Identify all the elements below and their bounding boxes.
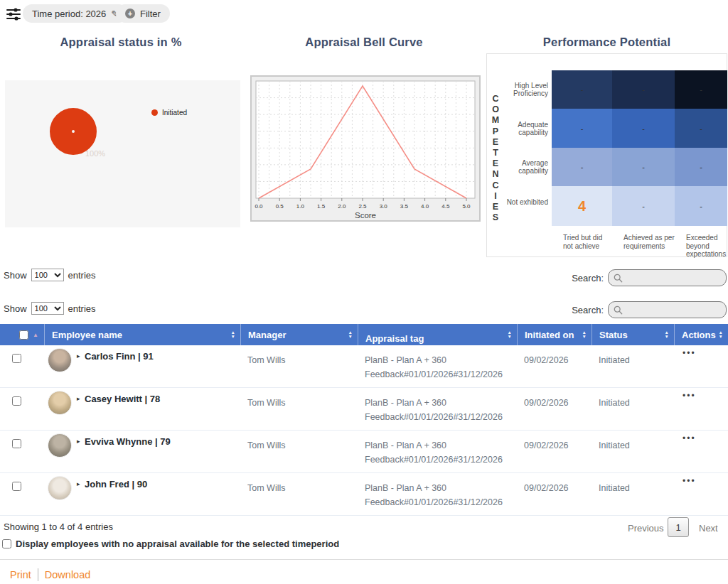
pagination-next[interactable]: Next (699, 523, 718, 534)
appraisal-tag-line1: PlanB - Plan A + 360 (358, 438, 517, 453)
donut-ring[interactable] (50, 108, 97, 155)
page-size-select[interactable]: 100 (31, 269, 64, 281)
legend-dot (151, 109, 158, 116)
initiated-on-cell: 09/02/2026 (517, 388, 592, 410)
time-period-chip[interactable]: Time period: 2026 ✎ (23, 4, 128, 23)
export-links: Print Download (10, 568, 90, 581)
entries-label: entries (68, 303, 96, 314)
table-row: ▸ John Fred | 90 Tom Wills PlanB - Plan … (0, 473, 728, 516)
actions-menu-icon[interactable]: ••• (682, 476, 696, 486)
header-appraisal-tag[interactable]: Appraisal tag ▲▼ (358, 324, 517, 345)
divider (38, 568, 38, 581)
appraisal-tag-line1: PlanB - Plan A + 360 (358, 396, 517, 410)
heatmap-cell: - (612, 70, 675, 109)
search-box[interactable] (608, 269, 727, 286)
avatar (48, 433, 72, 458)
search-label: Search: (572, 305, 604, 315)
avatar (48, 476, 72, 500)
header-actions[interactable]: Actions ▲▼ (674, 324, 728, 345)
sort-icon[interactable]: ▲▼ (508, 330, 512, 339)
expand-row-icon[interactable]: ▸ (77, 395, 80, 402)
search-box[interactable] (608, 301, 727, 318)
heatmap-cell: - (675, 109, 727, 148)
manager-cell: Tom Wills (240, 473, 358, 495)
expand-row-icon[interactable]: ▸ (77, 438, 80, 445)
search-input[interactable] (626, 273, 718, 283)
sort-icon[interactable]: ▲▼ (231, 330, 235, 339)
heatmap-cell: - (675, 148, 727, 186)
employee-name[interactable]: Casey Hewitt | 78 (85, 394, 160, 404)
heatmap-cell: - (675, 70, 727, 109)
initiated-on-cell: 09/02/2026 (517, 473, 592, 495)
employee-table: ▲ Employee name ▲▼ Manager ▲▼ Appraisal … (0, 324, 728, 516)
filter-label: Filter (140, 9, 161, 19)
donut-center-label: 100% (85, 149, 105, 158)
heatmap-row-label: Average capability (500, 159, 548, 175)
employee-name[interactable]: John Fred | 90 (85, 479, 147, 490)
heatmap-row-label: Not exhibited (500, 198, 548, 206)
heatmap-grid: ---------4-- (552, 70, 727, 226)
row-checkbox[interactable] (12, 482, 21, 491)
sort-asc-icon[interactable]: ▲ (33, 332, 38, 338)
sort-icon[interactable]: ▲▼ (348, 330, 353, 339)
actions-menu-icon[interactable]: ••• (682, 433, 696, 443)
search-input[interactable] (626, 305, 718, 315)
employee-name[interactable]: Carlos Finn | 91 (85, 351, 154, 362)
no-appraisal-checkbox[interactable] (2, 539, 11, 548)
row-checkbox[interactable] (12, 439, 21, 448)
x-tick-label: 4.0 (421, 203, 429, 210)
pagination-previous[interactable]: Previous (628, 523, 664, 534)
x-tick-label: 3.5 (400, 203, 409, 210)
filter-sliders-icon[interactable] (6, 6, 21, 22)
add-filter-button[interactable]: + Filter (116, 4, 170, 23)
heatmap-cell: - (612, 148, 675, 186)
table-row: ▸ Evviva Whynne | 79 Tom Wills PlanB - P… (0, 431, 728, 473)
select-all-header[interactable]: ▲ (0, 324, 44, 345)
print-link[interactable]: Print (10, 569, 31, 580)
actions-menu-icon[interactable]: ••• (682, 391, 696, 401)
actions-menu-icon[interactable]: ••• (682, 348, 696, 358)
sort-icon[interactable]: ▲▼ (582, 330, 587, 339)
page-size-select[interactable]: 100 (31, 302, 64, 315)
no-appraisal-toggle: Display employees with no appraisal avai… (2, 539, 339, 549)
bell-curve-title: Appraisal Bell Curve (249, 36, 479, 49)
table-body: ▸ Carlos Finn | 91 Tom Wills PlanB - Pla… (0, 345, 728, 516)
sort-icon[interactable]: ▲▼ (665, 330, 669, 339)
appraisal-tag-line1: PlanB - Plan A + 360 (358, 481, 517, 495)
page-size-control-2: Show 100 entries (4, 302, 96, 315)
pagination-page-1[interactable]: 1 (668, 517, 689, 537)
status-cell: Initiated (592, 388, 674, 410)
appraisal-tag-line2: Feedback#01/01/2026#31/12/2026 (358, 367, 517, 382)
download-link[interactable]: Download (45, 569, 91, 580)
x-tick-label: 2.5 (358, 203, 367, 210)
table-row: ▸ Carlos Finn | 91 Tom Wills PlanB - Pla… (0, 345, 728, 388)
search-label: Search: (572, 273, 604, 283)
sort-icon[interactable]: ▲▼ (719, 330, 723, 339)
x-tick-label: 0.5 (276, 203, 284, 210)
status-cell: Initiated (592, 473, 674, 495)
no-appraisal-label[interactable]: Display employees with no appraisal avai… (16, 539, 339, 549)
header-status[interactable]: Status ▲▼ (592, 324, 674, 345)
expand-row-icon[interactable]: ▸ (77, 352, 80, 359)
legend-label: Initiated (162, 109, 187, 117)
row-checkbox[interactable] (12, 396, 21, 406)
appraisal-status-chart: 100% Initiated (5, 80, 240, 227)
expand-row-icon[interactable]: ▸ (77, 480, 80, 487)
employee-name[interactable]: Evviva Whynne | 79 (85, 436, 171, 447)
bell-curve-chart: 0.00.51.01.52.02.53.03.54.04.55.0Score (250, 75, 481, 222)
header-employee-name[interactable]: Employee name ▲▼ (44, 324, 240, 345)
header-manager[interactable]: Manager ▲▼ (240, 324, 358, 345)
search-control-1: Search: (572, 269, 727, 286)
x-axis-label: Score (355, 211, 376, 220)
appraisal-tag-line2: Feedback#01/01/2026#31/12/2026 (358, 410, 517, 424)
heatmap-cell[interactable]: 4 (552, 186, 612, 226)
header-initiated-on[interactable]: Initiated on ▲▼ (517, 324, 592, 345)
x-tick-label: 0.0 (255, 203, 263, 210)
divider (0, 559, 728, 560)
row-checkbox[interactable] (12, 354, 21, 363)
performance-potential-chart: COMPETENCIES High Level ProficiencyAdequ… (486, 53, 727, 257)
heatmap-column-label: Tried but did not achieve (563, 234, 612, 250)
legend-item-initiated[interactable]: Initiated (151, 109, 187, 117)
select-all-checkbox[interactable] (19, 330, 28, 340)
initiated-on-cell: 09/02/2026 (517, 345, 592, 367)
